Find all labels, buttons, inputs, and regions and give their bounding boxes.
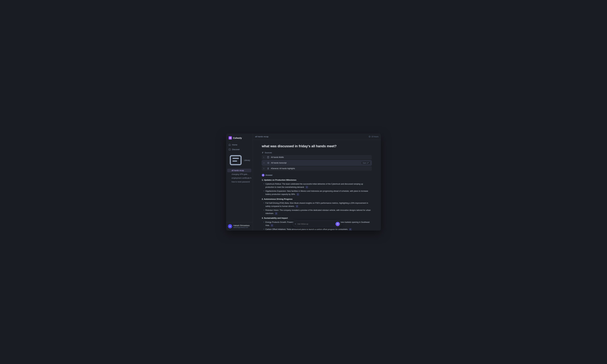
answer-bullet: Cybertruck Rollout: The team celebrated … xyxy=(262,182,372,189)
time-label: 10 hours xyxy=(371,136,379,138)
user-name: Aakash Shrivastava xyxy=(233,224,250,227)
source-label-1: All hands MoMs xyxy=(271,156,370,158)
sources-header: Sources xyxy=(262,152,372,154)
bullet-text: Carbon Offset Initiatives: Tesla announc… xyxy=(265,228,372,231)
svg-rect-1 xyxy=(229,149,231,150)
answer-bullet: Gigafactories Expansion: New facilities … xyxy=(262,190,372,196)
svg-rect-2 xyxy=(230,156,241,165)
topbar: all hands recap 10 hours xyxy=(253,133,381,140)
main-question: what was discussed in friday's all hands… xyxy=(262,144,372,148)
bullet-text: Cybertruck Rollout: The team celebrated … xyxy=(265,182,372,189)
source-num-3: 3 xyxy=(263,168,265,169)
sidebar: Cohezly Home Discover xyxy=(226,133,253,231)
bullet-text: Gigafactories Expansion: New facilities … xyxy=(265,190,372,196)
answer-header: Answer xyxy=(262,174,372,177)
bullet-icon xyxy=(264,183,264,184)
library-header[interactable]: Library xyxy=(227,152,251,168)
answer-bullet: Full Self-Driving (FSD) Beta: Elon Musk … xyxy=(262,202,372,208)
citation-badge: 1 xyxy=(306,186,308,188)
library-items: all hands recap changing VPN gateway emp… xyxy=(227,169,251,184)
answer-bullet: Carbon Offset Initiatives: Tesla announc… xyxy=(262,228,372,231)
sources-section: Sources 1 All hands MoMs 2 xyxy=(262,152,372,171)
bullet-icon xyxy=(264,210,264,210)
user-info: Aakash Shrivastava aakash@cohezly.com xyxy=(233,224,250,228)
app-window: Cohezly Home Discover xyxy=(226,133,381,231)
topbar-time: 10 hours xyxy=(369,136,379,138)
answer-heading-1: 1. Updates on Production Milestones xyxy=(262,178,372,182)
citation-badge: 3 xyxy=(275,212,277,215)
hash-icon xyxy=(267,167,269,170)
answer-label: Answer xyxy=(265,174,273,176)
bullet-text: Full Self-Driving (FSD) Beta: Elon Musk … xyxy=(265,202,372,208)
library-label: Library xyxy=(244,159,250,161)
send-icon xyxy=(337,223,339,225)
followup-bar: + xyxy=(292,221,341,227)
citation-badge: 4 xyxy=(296,205,298,208)
citation-badge: 6 xyxy=(349,228,352,231)
doc-icon xyxy=(267,156,269,158)
bullet-icon xyxy=(264,222,264,222)
sidebar-item-home-label: Home xyxy=(232,144,237,146)
sidebar-item-discover[interactable]: Discover xyxy=(227,147,251,152)
clock-icon xyxy=(369,136,370,138)
library-item-password[interactable]: how to reset password xyxy=(227,180,251,184)
source-item-1[interactable]: 1 All hands MoMs xyxy=(262,155,372,159)
followup-plus-button[interactable]: + xyxy=(295,223,296,225)
app-name: Cohezly xyxy=(233,137,242,139)
source-num-2: 2 xyxy=(264,162,265,164)
user-area: A Aakash Shrivastava aakash@cohezly.com xyxy=(226,222,252,231)
library-icon xyxy=(228,153,243,167)
answer-heading-3: 3. Sustainability and Impact xyxy=(262,216,372,220)
library-item-all-hands-recap[interactable]: all hands recap xyxy=(227,169,251,172)
home-icon xyxy=(228,144,231,146)
bullet-icon xyxy=(264,191,264,191)
followup-send-button[interactable] xyxy=(336,222,340,226)
logo-area: Cohezly xyxy=(226,133,252,142)
source-num-1: 1 xyxy=(263,156,265,158)
citation-badge: 2 xyxy=(297,193,299,196)
answer-icon xyxy=(262,174,264,177)
topbar-title: all hands recap xyxy=(255,135,268,138)
nav-section: Home Discover Library all hands recap xyxy=(226,142,252,222)
main-panel: all hands recap 10 hours what was discus… xyxy=(253,133,381,231)
bullet-icon xyxy=(264,203,264,203)
library-item-employment[interactable]: employment certificate for visa xyxy=(227,176,251,180)
open-button[interactable]: Open xyxy=(361,161,370,164)
source-item-3[interactable]: 3 #General: All hands highlights xyxy=(262,166,372,171)
user-email: aakash@cohezly.com xyxy=(233,227,250,228)
citation-badge: 1 xyxy=(271,224,273,227)
sidebar-item-discover-label: Discover xyxy=(232,148,240,151)
external-link-icon xyxy=(367,162,369,164)
sources-label: Sources xyxy=(265,152,272,154)
sidebar-item-home[interactable]: Home xyxy=(227,143,251,147)
svg-point-6 xyxy=(268,162,269,163)
scroll-area[interactable]: what was discussed in friday's all hands… xyxy=(253,140,381,231)
circle-icon xyxy=(267,162,269,164)
followup-input[interactable] xyxy=(297,223,334,225)
avatar: A xyxy=(228,224,232,228)
sources-icon xyxy=(262,152,264,154)
answer-heading-2: 2. Autonomous Driving Progress xyxy=(262,197,372,201)
app-logo-icon xyxy=(228,136,232,140)
source-label-2: All hands transcript xyxy=(271,162,360,164)
discover-icon xyxy=(228,148,231,151)
answer-bullet: Robotaxi Vision: The company revealed a … xyxy=(262,209,372,215)
source-label-3: #General: All hands highlights xyxy=(271,168,370,169)
source-item-2[interactable]: 2 All hands transcript Open xyxy=(262,160,372,166)
bullet-text: Robotaxi Vision: The company revealed a … xyxy=(265,209,372,215)
bullet-icon xyxy=(264,229,264,230)
library-item-vpn[interactable]: changing VPN gateway xyxy=(227,172,251,176)
